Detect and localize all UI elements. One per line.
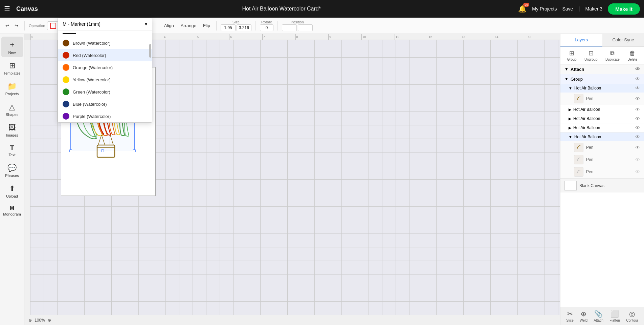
x-input[interactable] — [282, 24, 297, 31]
balloon-4-eye[interactable]: 👁 — [635, 125, 640, 130]
layer-balloon-1-header[interactable]: ▼ Hot Air Balloon 👁 — [560, 84, 644, 93]
sidebar-label-new: New — [8, 50, 16, 55]
balloon-2-expand: ▶ — [569, 107, 571, 112]
purple-label: Purple (Watercolor) — [73, 114, 111, 119]
sidebar-item-images[interactable]: 🖼 Images — [1, 121, 23, 140]
layers-list: ▼ Attach 👁 ▼ Group 👁 ▼ Hot Air Balloon 👁 — [560, 64, 644, 307]
rotate-input[interactable] — [260, 24, 273, 31]
dropdown-scroll[interactable]: Brown (Watercolor) Red (Watercolor) Oran… — [58, 31, 152, 122]
svg-line-0 — [98, 135, 102, 145]
green-label: Green (Watercolor) — [73, 89, 110, 95]
balloon-1-eye[interactable]: 👁 — [635, 85, 640, 91]
my-projects-link[interactable]: My Projects — [532, 6, 557, 12]
balloon-5-pen-eye-2[interactable]: 👁 — [635, 157, 640, 162]
dd-item-brown[interactable]: Brown (Watercolor) — [58, 37, 152, 49]
position-group: Position — [282, 20, 313, 31]
sidebar-item-new[interactable]: ＋ New — [1, 37, 23, 57]
tick-10: 10 — [361, 34, 395, 40]
hamburger-icon[interactable]: ☰ — [4, 5, 10, 13]
y-input[interactable] — [298, 24, 313, 31]
dropdown-scroll-container: Brown (Watercolor) Red (Watercolor) Oran… — [58, 31, 152, 122]
operation-dropdown: M - Marker (1mm) ▾ Brown (Watercolor) Re… — [58, 18, 152, 123]
balloon-3-eye[interactable]: 👁 — [635, 116, 640, 121]
layer-balloon-2-header[interactable]: ▶ Hot Air Balloon 👁 — [560, 105, 644, 114]
balloon-5-pen-label-2: Pen — [586, 157, 593, 162]
align-button[interactable]: Align — [162, 22, 176, 29]
dd-item-green[interactable]: Green (Watercolor) — [58, 86, 152, 98]
attach-label: Attach — [594, 319, 603, 322]
balloon-1-pen-row: Pen 👁 — [560, 93, 644, 105]
tick-8: 8 — [295, 34, 329, 40]
svg-line-2 — [110, 134, 113, 145]
balloon-5-pen-eye-3[interactable]: 👁 — [635, 169, 640, 175]
sidebar-item-text[interactable]: T Text — [1, 141, 23, 160]
sidebar-item-upload[interactable]: ⬆ Upload — [1, 182, 23, 201]
balloon-5-pen-thumb-1 — [574, 143, 583, 152]
arrange-button[interactable]: Arrange — [179, 22, 198, 29]
balloon-5-pen-thumb-2 — [574, 155, 583, 164]
zoom-plus-icon[interactable]: ⊕ — [48, 318, 51, 323]
contour-tool[interactable]: ◎ Contour — [626, 310, 638, 322]
dd-item-blue[interactable]: Blue (Watercolor) — [58, 98, 152, 110]
group-eye-icon[interactable]: 👁 — [635, 76, 640, 82]
dd-item-line[interactable] — [58, 31, 152, 37]
layer-group-header[interactable]: ▼ Group 👁 — [560, 74, 644, 84]
duplicate-action[interactable]: ⧉ Duplicate — [605, 50, 620, 61]
attach-tool[interactable]: 📎 Attach — [594, 310, 603, 322]
width-input[interactable] — [221, 24, 236, 31]
sidebar-item-templates[interactable]: ⊞ Templates — [1, 59, 23, 78]
yellow-dot — [63, 76, 69, 83]
layer-group: ▼ Group 👁 ▼ Hot Air Balloon 👁 — [560, 74, 644, 179]
height-input[interactable] — [237, 24, 251, 31]
layer-balloon-5-header[interactable]: ▼ Hot Air Balloon 👁 — [560, 133, 644, 141]
bell-wrap[interactable]: 🔔 29 — [518, 5, 527, 13]
maker-selector[interactable]: Maker 3 — [585, 6, 603, 12]
tick-4: 4 — [163, 34, 196, 40]
balloon-5-pen-eye-1[interactable]: 👁 — [635, 145, 640, 150]
rotate-label: Rotate — [261, 20, 272, 24]
purple-dot — [63, 113, 69, 120]
delete-action[interactable]: 🗑 Delete — [627, 50, 637, 61]
sidebar-item-projects[interactable]: 📁 Projects — [1, 79, 23, 99]
make-it-button[interactable]: Make It — [608, 3, 640, 15]
balloon-5-pen-thumb-3 — [574, 167, 583, 177]
flatten-tool[interactable]: ⬜ Flatten — [609, 310, 620, 322]
sidebar-item-monogram[interactable]: M Monogram — [1, 202, 23, 219]
dd-item-orange[interactable]: Orange (Watercolor) — [58, 61, 152, 74]
group-action[interactable]: ⊞ Group — [567, 49, 577, 61]
dd-item-yellow[interactable]: Yellow (Watercolor) — [58, 74, 152, 86]
dropdown-scrollbar-thumb[interactable] — [149, 44, 151, 58]
undo-button[interactable]: ↩ — [3, 22, 11, 29]
sidebar-label-projects: Projects — [5, 92, 19, 96]
delete-label: Delete — [627, 58, 637, 61]
weld-tool[interactable]: ⊕ Weld — [580, 310, 587, 322]
flip-button[interactable]: Flip — [201, 22, 212, 29]
balloon-5-eye[interactable]: 👁 — [635, 134, 640, 140]
layer-balloon-4: ▶ Hot Air Balloon 👁 — [560, 123, 644, 133]
sidebar-item-phrases[interactable]: 💬 Phrases — [1, 161, 23, 180]
operation-label: Operation — [29, 24, 45, 28]
redo-button[interactable]: ↪ — [13, 22, 20, 29]
dd-item-red[interactable]: Red (Watercolor) — [58, 49, 152, 61]
zoom-minus-icon[interactable]: ⊖ — [28, 318, 32, 323]
sidebar-item-shapes[interactable]: △ Shapes — [1, 100, 23, 119]
balloon-2-eye[interactable]: 👁 — [635, 107, 640, 112]
ungroup-action[interactable]: ⊡ Ungroup — [584, 49, 597, 61]
layer-balloon-4-header[interactable]: ▶ Hot Air Balloon 👁 — [560, 123, 644, 132]
tab-color-sync[interactable]: Color Sync — [602, 34, 644, 46]
tab-layers[interactable]: Layers — [560, 34, 602, 46]
blank-canvas-thumb — [564, 181, 577, 190]
topbar: ☰ Canvas Hot Air Balloon Watercolor Card… — [0, 0, 644, 18]
sidebar-label-text: Text — [8, 153, 15, 157]
layer-balloon-3: ▶ Hot Air Balloon 👁 — [560, 114, 644, 123]
save-button[interactable]: Save — [562, 6, 573, 12]
balloon-1-pen-eye[interactable]: 👁 — [635, 96, 640, 101]
slice-tool[interactable]: ✂ Slice — [566, 310, 574, 322]
panel-bottom-tools: ✂ Slice ⊕ Weld 📎 Attach ⬜ Flatten ◎ Cont… — [560, 307, 644, 325]
group-icon: ⊞ — [569, 49, 574, 57]
layer-balloon-3-header[interactable]: ▶ Hot Air Balloon 👁 — [560, 114, 644, 123]
dd-item-purple[interactable]: Purple (Watercolor) — [58, 110, 152, 122]
blue-label: Blue (Watercolor) — [73, 102, 107, 107]
attach-eye-icon[interactable]: 👁 — [635, 66, 640, 72]
left-sidebar: ＋ New ⊞ Templates 📁 Projects △ Shapes 🖼 … — [0, 34, 24, 325]
